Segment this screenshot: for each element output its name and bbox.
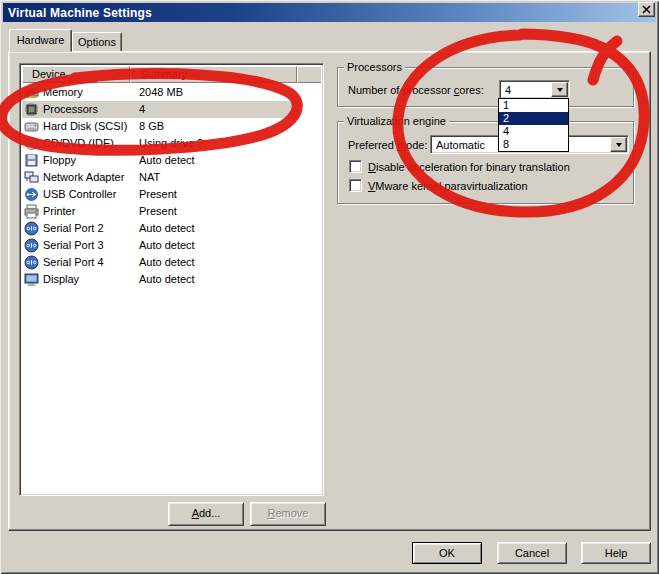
virtualization-group-title: Virtualization engine	[344, 115, 449, 127]
list-item-processors[interactable]: Processors 4	[22, 101, 321, 118]
memory-icon	[24, 85, 40, 100]
printer-icon	[24, 204, 40, 219]
hard-disk-icon	[24, 119, 40, 134]
paravirtualization-checkbox-row: VMware kernel paravirtualization	[349, 179, 528, 192]
chevron-down-icon	[557, 88, 563, 95]
floppy-icon	[24, 153, 40, 168]
column-header-summary[interactable]: Summary	[130, 66, 297, 83]
serial-port-icon	[24, 221, 40, 236]
cores-value: 4	[505, 84, 511, 96]
help-button[interactable]: Help	[581, 542, 651, 564]
remove-button[interactable]: Remove	[250, 502, 326, 526]
close-button[interactable]	[638, 2, 655, 17]
disable-acceleration-checkbox-row: Disable acceleration for binary translat…	[349, 160, 570, 173]
cd-dvd-icon	[24, 136, 40, 151]
cores-dropdown-list: 1 2 4 8	[498, 98, 569, 152]
list-item-network-adapter[interactable]: Network Adapter NAT	[22, 169, 321, 186]
cores-option-4[interactable]: 4	[499, 125, 568, 138]
list-item-hard-disk[interactable]: Hard Disk (SCSI) 8 GB	[22, 118, 321, 135]
title-bar: Virtual Machine Settings	[3, 3, 656, 22]
disable-acceleration-label: Disable acceleration for binary translat…	[368, 161, 570, 173]
list-item-serial-port-4[interactable]: Serial Port 4 Auto detect	[22, 254, 321, 271]
serial-port-icon	[24, 255, 40, 270]
list-item-memory[interactable]: Memory 2048 MB	[22, 84, 321, 101]
virtualization-engine-group: Virtualization engine Preferred mode: Au…	[337, 121, 634, 204]
processor-icon	[24, 102, 40, 117]
usb-icon	[24, 187, 40, 202]
list-item-printer[interactable]: Printer Present	[22, 203, 321, 220]
list-item-serial-port-3[interactable]: Serial Port 3 Auto detect	[22, 237, 321, 254]
list-item-serial-port-2[interactable]: Serial Port 2 Auto detect	[22, 220, 321, 237]
cores-option-8[interactable]: 8	[499, 138, 568, 151]
list-item-cd-dvd[interactable]: CD/DVD (IDE) Using drive ?	[22, 135, 321, 152]
add-button[interactable]: Add...	[168, 502, 244, 526]
column-header-blank	[297, 66, 321, 83]
list-item-usb-controller[interactable]: USB Controller Present	[22, 186, 321, 203]
cores-dropdown-button[interactable]	[551, 82, 568, 97]
window-title: Virtual Machine Settings	[8, 6, 152, 20]
tab-hardware[interactable]: Hardware	[9, 29, 72, 52]
virtual-machine-settings-dialog: Virtual Machine Settings Hardware Option…	[0, 0, 659, 574]
preferred-mode-label: Preferred mode:	[348, 139, 428, 151]
device-list: Device Summary Memory 2048 MB Processors…	[19, 63, 324, 496]
serial-port-icon	[24, 238, 40, 253]
tab-options[interactable]: Options	[72, 32, 122, 52]
column-header-device[interactable]: Device	[22, 66, 130, 83]
preferred-mode-dropdown-button[interactable]	[610, 137, 627, 152]
hardware-tab-page: Device Summary Memory 2048 MB Processors…	[8, 51, 651, 531]
list-item-display[interactable]: Display Auto detect	[22, 271, 321, 288]
display-icon	[24, 272, 40, 287]
cores-option-1[interactable]: 1	[499, 99, 568, 112]
device-rows: Memory 2048 MB Processors 4 Hard Disk (S…	[22, 83, 321, 493]
chevron-down-icon	[616, 143, 622, 150]
processors-group: Processors Number of processor cores: 4	[337, 67, 634, 107]
close-icon	[642, 5, 651, 14]
paravirtualization-label: VMware kernel paravirtualization	[368, 180, 528, 192]
processors-group-title: Processors	[344, 61, 405, 73]
cores-combobox[interactable]: 4	[499, 80, 570, 99]
cancel-button[interactable]: Cancel	[497, 542, 567, 564]
cores-label: Number of processor cores:	[348, 84, 484, 96]
network-adapter-icon	[24, 170, 40, 185]
preferred-mode-value: Automatic	[436, 139, 485, 151]
ok-button[interactable]: OK	[412, 542, 482, 564]
cores-option-2[interactable]: 2	[499, 112, 568, 125]
list-item-floppy[interactable]: Floppy Auto detect	[22, 152, 321, 169]
disable-acceleration-checkbox[interactable]	[349, 160, 362, 173]
paravirtualization-checkbox[interactable]	[349, 179, 362, 192]
